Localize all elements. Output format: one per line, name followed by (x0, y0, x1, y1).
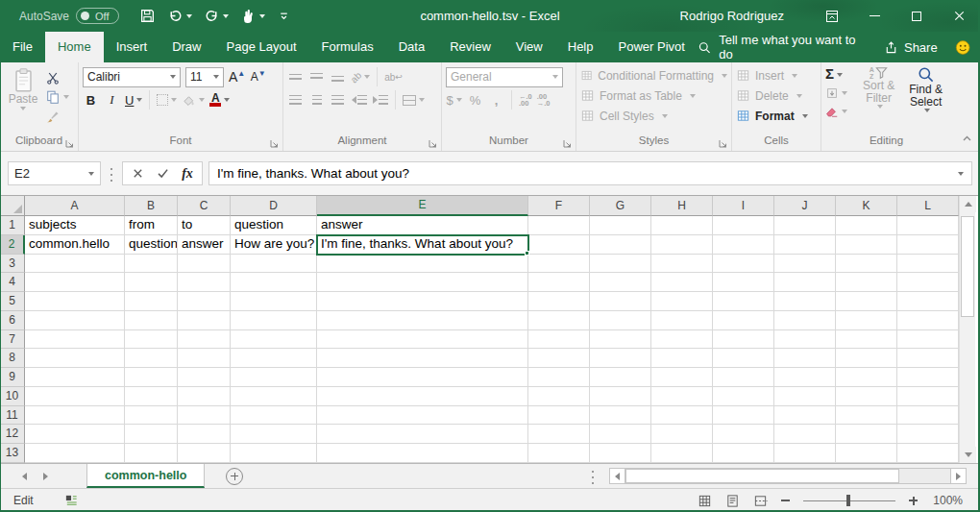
conditional-formatting-dropdown-icon[interactable] (722, 74, 727, 78)
font-name-combo[interactable]: Calibri (83, 67, 181, 87)
cell-F3[interactable] (528, 255, 590, 274)
column-header-G[interactable]: G (590, 196, 651, 216)
cell-L7[interactable] (897, 330, 959, 350)
cell-C12[interactable] (178, 425, 231, 444)
number-format-combo[interactable]: General (446, 67, 563, 87)
cell-I7[interactable] (713, 330, 774, 350)
cell-C11[interactable] (178, 406, 231, 426)
autosum-button[interactable]: Σ (825, 65, 853, 83)
cell-E3[interactable] (317, 255, 528, 274)
column-header-A[interactable]: A (25, 196, 125, 216)
cell-B1[interactable]: from (125, 216, 178, 235)
align-left-button[interactable] (287, 90, 304, 110)
new-sheet-button[interactable] (226, 468, 243, 485)
undo-dropdown-icon[interactable] (186, 14, 192, 18)
column-header-D[interactable]: D (231, 196, 317, 216)
cell-I5[interactable] (713, 292, 774, 311)
column-header-B[interactable]: B (125, 196, 178, 216)
cell-A2[interactable]: common.hello (25, 235, 125, 255)
cell-L3[interactable] (897, 255, 959, 274)
cell-F10[interactable] (528, 387, 590, 406)
touch-mouse-mode-button[interactable] (237, 6, 268, 26)
cell-E8[interactable] (317, 349, 528, 368)
cell-E12[interactable] (317, 425, 528, 444)
row-header-2[interactable]: 2 (0, 235, 25, 255)
insert-function-button[interactable]: fx (175, 163, 200, 183)
select-all-button[interactable] (0, 196, 25, 216)
column-header-K[interactable]: K (836, 196, 897, 216)
fill-dropdown-icon[interactable] (842, 91, 847, 95)
ribbon-tab-view[interactable]: View (503, 32, 555, 62)
cell-B7[interactable] (125, 330, 178, 350)
cell-J8[interactable] (774, 349, 836, 368)
grow-font-button[interactable]: A▲ (229, 67, 245, 86)
ribbon-tab-file[interactable]: File (0, 32, 45, 62)
wrap-text-button[interactable]: ab↩ (384, 67, 403, 86)
cell-K8[interactable] (836, 349, 897, 368)
cell-H12[interactable] (651, 425, 713, 444)
middle-align-button[interactable] (308, 67, 325, 86)
name-box[interactable]: E2 (8, 161, 101, 185)
cell-C5[interactable] (178, 292, 231, 311)
shrink-font-button[interactable]: A▼ (250, 67, 266, 86)
cell-H5[interactable] (651, 292, 713, 311)
cell-J11[interactable] (774, 406, 836, 426)
delete-cells-button[interactable]: Delete (736, 85, 817, 106)
column-header-H[interactable]: H (651, 196, 713, 216)
cell-L1[interactable] (897, 216, 959, 235)
cell-K13[interactable] (836, 444, 897, 463)
cell-K1[interactable] (836, 216, 897, 235)
cell-I9[interactable] (713, 368, 774, 387)
cell-G13[interactable] (590, 444, 651, 463)
cell-G10[interactable] (590, 387, 651, 406)
clear-dropdown-icon[interactable] (842, 110, 847, 113)
cell-K4[interactable] (836, 273, 897, 292)
cell-G3[interactable] (590, 255, 651, 274)
scroll-right-button[interactable] (950, 468, 967, 484)
font-size-combo[interactable]: 11 (185, 67, 224, 87)
name-box-dropdown-icon[interactable] (88, 172, 94, 176)
cell-F1[interactable] (528, 216, 590, 235)
cell-I4[interactable] (713, 273, 774, 292)
cell-C1[interactable]: to (178, 216, 231, 235)
column-header-F[interactable]: F (528, 196, 590, 216)
cell-L12[interactable] (897, 425, 959, 444)
cell-D8[interactable] (231, 349, 317, 368)
format-painter-button[interactable] (45, 107, 69, 124)
cell-L8[interactable] (897, 349, 959, 368)
user-name[interactable]: Rodrigo Rodriguez (680, 9, 784, 23)
previous-sheet-button[interactable] (13, 473, 35, 480)
number-dialog-launcher[interactable] (561, 137, 573, 149)
formula-bar-grip[interactable] (110, 166, 113, 182)
row-header-11[interactable]: 11 (0, 406, 25, 426)
cell-styles-button[interactable]: Cell Styles (580, 106, 727, 126)
page-break-preview-button[interactable] (753, 494, 768, 508)
cell-B11[interactable] (125, 406, 178, 426)
cell-D9[interactable] (231, 368, 317, 387)
cell-D2[interactable]: How are you? (231, 235, 317, 255)
cell-D13[interactable] (231, 444, 317, 463)
zoom-slider-thumb[interactable] (846, 495, 850, 506)
cell-J4[interactable] (774, 273, 836, 292)
cell-D10[interactable] (231, 387, 317, 406)
cell-L6[interactable] (897, 311, 959, 330)
cell-C9[interactable] (178, 368, 231, 387)
cell-H11[interactable] (651, 406, 713, 426)
cell-G9[interactable] (590, 368, 651, 387)
cell-H1[interactable] (651, 216, 713, 235)
cell-C13[interactable] (178, 444, 231, 463)
ribbon-tab-review[interactable]: Review (437, 32, 503, 62)
italic-button[interactable]: I (104, 90, 120, 110)
customize-qat-button[interactable] (274, 7, 294, 25)
minimize-button[interactable] (853, 0, 895, 32)
zoom-in-button[interactable] (909, 497, 918, 505)
borders-dropdown-icon[interactable] (171, 98, 177, 102)
cell-H9[interactable] (651, 368, 713, 387)
insert-dropdown-icon[interactable] (792, 74, 797, 78)
cell-F5[interactable] (528, 292, 590, 311)
column-header-C[interactable]: C (178, 196, 231, 216)
cell-D5[interactable] (231, 292, 317, 311)
macro-record-button[interactable] (64, 494, 79, 508)
cell-B9[interactable] (125, 368, 178, 387)
maximize-button[interactable] (895, 0, 938, 32)
